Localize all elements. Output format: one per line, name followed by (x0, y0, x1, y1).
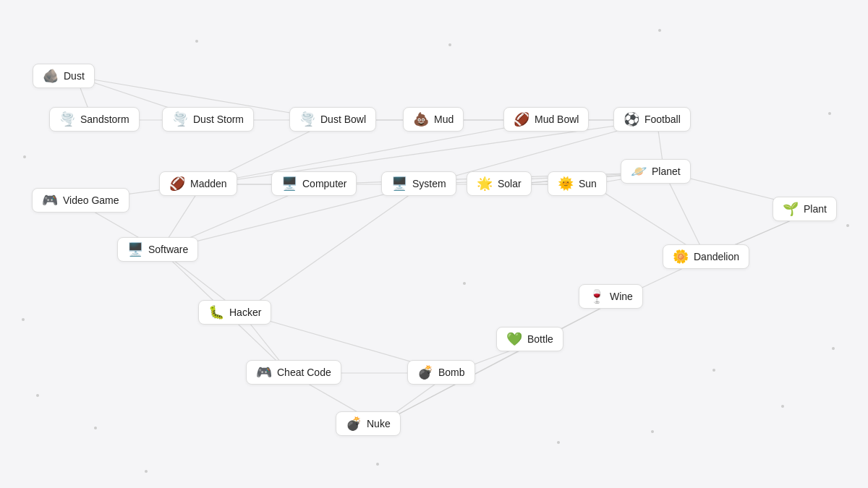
decoration-dot-16 (651, 430, 654, 433)
node-nuke[interactable]: 💣Nuke (336, 411, 401, 436)
node-label-computer: Computer (302, 178, 346, 189)
node-madden[interactable]: 🏈Madden (159, 171, 237, 196)
node-label-hacker: Hacker (229, 307, 261, 318)
node-wine[interactable]: 🍷Wine (579, 284, 643, 309)
node-label-planet: Planet (652, 166, 681, 177)
node-label-system: System (412, 178, 446, 189)
node-emoji-hacker: 🐛 (208, 306, 224, 319)
node-dust[interactable]: 🪨Dust (33, 64, 95, 88)
node-software[interactable]: 🖥️Software (117, 237, 198, 262)
node-emoji-solar: 🌟 (477, 177, 493, 190)
node-label-sun: Sun (579, 178, 597, 189)
node-emoji-bomb: 💣 (417, 366, 433, 379)
node-hacker[interactable]: 🐛Hacker (198, 300, 271, 325)
node-emoji-software: 🖥️ (127, 243, 143, 256)
node-sun[interactable]: 🌞Sun (548, 171, 607, 196)
node-emoji-videogame: 🎮 (42, 194, 58, 207)
node-label-dandelion: Dandelion (694, 251, 739, 262)
node-label-solar: Solar (498, 178, 522, 189)
node-emoji-madden: 🏈 (169, 177, 185, 190)
svg-line-23 (242, 184, 425, 313)
node-emoji-computer: 🖥️ (281, 177, 297, 190)
node-label-plant: Plant (804, 203, 827, 215)
node-label-football: Football (644, 114, 681, 125)
decoration-dot-11 (557, 441, 560, 444)
decoration-dot-6 (22, 318, 25, 321)
decoration-dot-13 (781, 405, 784, 408)
node-label-software: Software (148, 244, 188, 255)
node-emoji-system: 🖥️ (391, 177, 407, 190)
decoration-dot-9 (145, 470, 148, 473)
decoration-dot-12 (712, 369, 715, 372)
decoration-dot-8 (94, 427, 97, 429)
decoration-dot-5 (23, 155, 26, 158)
decoration-dot-4 (846, 224, 849, 227)
node-label-duststorm: Dust Storm (193, 114, 244, 125)
node-label-videogame: Video Game (63, 194, 119, 206)
node-emoji-cheatcode: 🎮 (256, 366, 272, 379)
node-computer[interactable]: 🖥️Computer (271, 171, 357, 196)
node-label-bottle: Bottle (527, 333, 553, 345)
node-emoji-plant: 🌱 (783, 202, 799, 215)
node-emoji-sun: 🌞 (558, 177, 574, 190)
node-emoji-dust: 🪨 (43, 69, 59, 82)
decoration-dot-0 (195, 40, 198, 43)
node-label-mudbowl: Mud Bowl (535, 114, 579, 125)
node-emoji-dustbowl: 🌪️ (299, 113, 315, 126)
node-emoji-bottle: 💚 (506, 333, 522, 346)
decoration-dot-3 (828, 112, 831, 115)
node-label-bomb: Bomb (438, 367, 465, 378)
decoration-dot-15 (463, 282, 466, 285)
node-emoji-football: ⚽ (624, 113, 639, 126)
node-bottle[interactable]: 💚Bottle (496, 327, 563, 351)
node-bomb[interactable]: 💣Bomb (407, 360, 475, 385)
node-emoji-sandstorm: 🌪️ (59, 113, 75, 126)
node-duststorm[interactable]: 🌪️Dust Storm (162, 107, 254, 132)
node-label-dust: Dust (64, 70, 85, 82)
node-dandelion[interactable]: 🌼Dandelion (663, 244, 749, 269)
node-label-madden: Madden (190, 178, 227, 189)
decoration-dot-1 (448, 43, 451, 46)
decoration-dot-10 (376, 463, 379, 466)
decoration-dot-14 (832, 347, 835, 350)
node-emoji-wine: 🍷 (589, 290, 605, 303)
node-label-wine: Wine (610, 291, 633, 302)
node-label-cheatcode: Cheat Code (277, 367, 331, 378)
node-emoji-mud: 💩 (413, 113, 429, 126)
node-system[interactable]: 🖥️System (381, 171, 456, 196)
node-label-dustbowl: Dust Bowl (320, 114, 366, 125)
node-emoji-nuke: 💣 (346, 417, 362, 430)
node-label-mud: Mud (434, 114, 454, 125)
node-dustbowl[interactable]: 🌪️Dust Bowl (289, 107, 376, 132)
node-emoji-planet: 🪐 (631, 165, 647, 178)
node-emoji-dandelion: 🌼 (673, 250, 689, 263)
decoration-dot-7 (36, 394, 39, 397)
node-emoji-mudbowl: 🏈 (514, 113, 529, 126)
node-plant[interactable]: 🌱Plant (773, 197, 837, 221)
node-solar[interactable]: 🌟Solar (467, 171, 532, 196)
node-cheatcode[interactable]: 🎮Cheat Code (246, 360, 341, 385)
decoration-dot-2 (658, 29, 661, 32)
node-planet[interactable]: 🪐Planet (621, 159, 691, 184)
node-mud[interactable]: 💩Mud (403, 107, 464, 132)
node-football[interactable]: ⚽Football (613, 107, 691, 132)
node-label-nuke: Nuke (367, 418, 391, 429)
node-mudbowl[interactable]: 🏈Mud Bowl (503, 107, 589, 132)
node-videogame[interactable]: 🎮Video Game (32, 188, 129, 213)
node-emoji-duststorm: 🌪️ (172, 113, 188, 126)
node-sandstorm[interactable]: 🌪️Sandstorm (49, 107, 140, 132)
node-label-sandstorm: Sandstorm (80, 114, 129, 125)
